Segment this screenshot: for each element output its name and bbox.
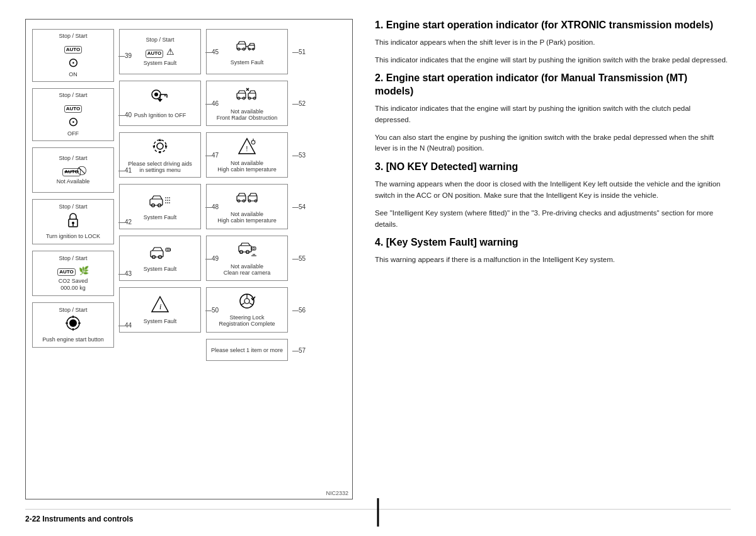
list-item: Stop / Start AUTO ⊙ ON 39 (32, 29, 114, 82)
header-44: Stop / Start (59, 307, 87, 313)
list-item: Stop / Start AUTO ⚠ System Fault 45 (119, 29, 201, 74)
list-item: Steering LockRegistration Complete 56 (206, 287, 288, 333)
svg-point-49 (251, 140, 255, 144)
svg-point-63 (253, 248, 255, 249)
page-label: 2-22 Instruments and controls (25, 515, 133, 523)
section-para-1a: This indicator appears when the shift le… (375, 37, 728, 48)
indicator-54: Not availableHigh cabin temperature (206, 184, 288, 229)
list-item: ! Not availableHigh cabin temperature (206, 132, 288, 178)
section-heading-1: 1. Engine start operation indicator (for… (375, 19, 728, 32)
section-heading-3: 3. [NO KEY Detected] warning (375, 161, 728, 174)
svg-line-70 (249, 303, 253, 305)
footer-50: System Fault (144, 318, 177, 325)
header-43: Stop / Start (59, 255, 87, 261)
indicator-41: Stop / Start AUTO ⃠ Not Available (32, 147, 114, 193)
num-56: 56 (292, 307, 306, 314)
header-39: Stop / Start (59, 33, 87, 39)
list-item: Not availableHigh cabin temperature 54 (206, 184, 288, 229)
text-panel: 1. Engine start operation indicator (for… (372, 19, 731, 499)
svg-rect-42 (248, 93, 256, 98)
list-item: Stop / Start AUTO ⊙ OFF 40 (32, 88, 114, 141)
indicator-51: System Fault (206, 29, 288, 74)
indicator-48: System Fault (119, 184, 201, 229)
icon-51 (236, 38, 258, 58)
section-para-4a: This warning appears if there is a malfu… (375, 254, 728, 266)
list-item: Stop / Start AUTO 🌿 CO2 Saved000.00 kg 4… (32, 251, 114, 296)
diagram-grid: Stop / Start AUTO ⊙ ON 39 Stop / Start (32, 29, 346, 363)
footer-39: ON (69, 71, 77, 78)
list-item: System Fault 48 (119, 184, 201, 229)
num-53: 53 (292, 152, 306, 159)
icon-45: AUTO ⚠ (146, 45, 175, 59)
footer-49: System Fault (144, 266, 177, 273)
icon-53: ! (238, 137, 256, 159)
icon-46 (150, 88, 170, 111)
diagram-col-3: System Fault 51 (206, 29, 288, 363)
icon-49 (149, 244, 171, 265)
indicator-50: i System Fault (119, 287, 201, 333)
footer-48: System Fault (144, 214, 177, 221)
footer-40: OFF (67, 130, 79, 137)
footer-54: Not availableHigh cabin temperature (217, 211, 277, 225)
section-heading-4: 4. [Key System Fault] warning (375, 236, 728, 249)
indicator-49: System Fault (119, 236, 201, 281)
indicator-46: Push Ignition to OFF (119, 81, 201, 126)
icon-44 (65, 315, 81, 335)
section-para-2a: This indicator indicates that the engine… (375, 103, 728, 126)
icon-55 (236, 241, 258, 262)
icon-42 (64, 212, 83, 232)
footer-56: Steering LockRegistration Complete (219, 314, 275, 328)
section-para-3b: See "Intelligent Key system (where fitte… (375, 208, 728, 231)
diagram-ref: NIC2332 (326, 490, 348, 496)
svg-rect-59 (239, 246, 251, 252)
num-52: 52 (292, 100, 306, 107)
footer-52: Not availableFront Radar Obstruction (217, 108, 278, 122)
list-item: Not availableFront Radar Obstruction 52 (206, 81, 288, 126)
icon-41: AUTO ⃠ (62, 163, 84, 177)
section-para-1b: This indicator indicates that the engine… (375, 55, 728, 66)
icon-54 (236, 190, 258, 210)
footer-42: Turn ignition to LOCK (46, 233, 100, 240)
section-para-3a: The warning appears when the door is clo… (375, 179, 728, 202)
indicator-47: Please select driving aidsin settings me… (119, 132, 201, 178)
svg-line-69 (241, 303, 244, 305)
list-item: Stop / Start Turn ignition to (32, 199, 114, 244)
svg-point-67 (244, 299, 249, 304)
indicator-56: Steering LockRegistration Complete (206, 287, 288, 333)
icon-39: AUTO ⊙ (64, 41, 83, 70)
list-item: Please select 1 item or more 57 (206, 339, 288, 361)
footer-44: Push engine start button (42, 336, 104, 343)
page-container: Stop / Start AUTO ⊙ ON 39 Stop / Start (0, 0, 756, 536)
svg-rect-32 (237, 44, 246, 49)
list-item: i System Fault 50 (119, 287, 201, 333)
svg-marker-14 (158, 99, 163, 102)
list-item: System Fault 51 (206, 29, 288, 74)
indicator-52: Not availableFront Radar Obstruction (206, 81, 288, 126)
list-item: Stop / Start (32, 302, 114, 348)
indicator-45: Stop / Start AUTO ⚠ System Fault (119, 29, 201, 74)
svg-point-28 (167, 249, 169, 251)
indicator-42: Stop / Start Turn ignition to (32, 199, 114, 244)
section-para-2b: You can also start the engine by pushing… (375, 132, 728, 155)
svg-rect-56 (248, 196, 257, 201)
svg-point-17 (154, 140, 166, 152)
num-54: 54 (292, 203, 306, 210)
footer-57: Please select 1 item or more (211, 347, 283, 354)
header-42: Stop / Start (59, 203, 87, 210)
diagram-col-2: Stop / Start AUTO ⚠ System Fault 45 (119, 29, 201, 363)
indicator-55: Not availableClean rear camera (206, 236, 288, 281)
diagram-panel: Stop / Start AUTO ⊙ ON 39 Stop / Start (25, 19, 353, 499)
num-55: 55 (292, 255, 306, 262)
num-51: 51 (292, 48, 306, 55)
indicator-43: Stop / Start AUTO 🌿 CO2 Saved000.00 kg (32, 251, 114, 296)
header-40: Stop / Start (59, 92, 87, 98)
svg-point-4 (69, 319, 77, 327)
svg-point-1 (72, 222, 74, 224)
svg-text:!: ! (246, 145, 248, 152)
list-item: Not availableClean rear camera 55 (206, 236, 288, 281)
icon-50: i (151, 295, 169, 317)
list-item: Push Ignition to OFF 46 (119, 81, 201, 126)
list-item: System Fault 49 (119, 236, 201, 281)
footer-45: System Fault (144, 60, 177, 67)
center-rule (377, 498, 379, 527)
